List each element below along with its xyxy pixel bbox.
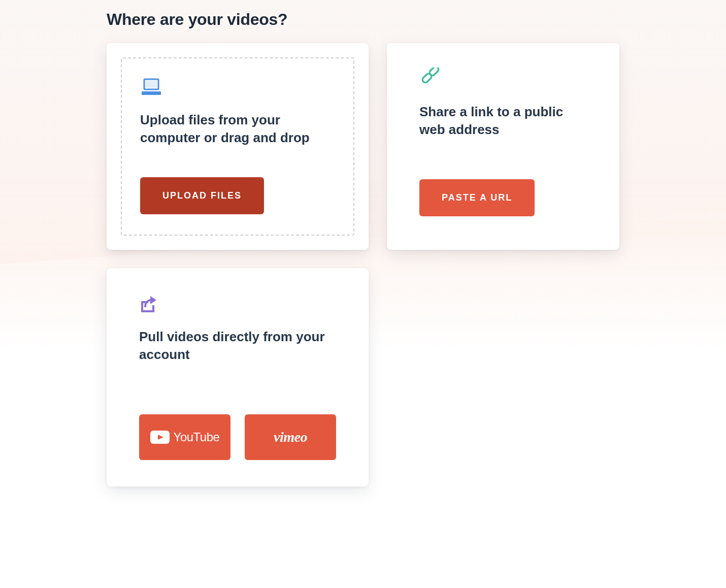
upload-card: Upload files from your computer or drag … [107,43,369,250]
upload-dropzone[interactable]: Upload files from your computer or drag … [121,57,354,236]
upload-card-title: Upload files from your computer or drag … [140,111,335,147]
url-card-title: Share a link to a public web address [419,103,587,139]
account-card-title: Pull videos directly from your account [139,328,336,364]
svg-rect-1 [146,81,157,88]
paste-url-button[interactable]: PASTE A URL [419,179,535,216]
vimeo-button[interactable]: vimeo [245,414,336,460]
svg-rect-2 [142,91,161,95]
svg-rect-4 [428,68,440,77]
url-card: Share a link to a public web address PAS… [387,43,619,250]
account-card: Pull videos directly from your account Y… [107,268,369,486]
page-heading: Where are your videos? [107,10,619,29]
upload-files-button[interactable]: UPLOAD FILES [140,177,264,214]
youtube-label: YouTube [174,430,220,444]
youtube-button[interactable]: YouTube [139,414,230,460]
youtube-icon [150,431,170,444]
cards-grid: Upload files from your computer or drag … [107,43,619,486]
share-icon [139,291,336,317]
vimeo-label: vimeo [274,429,307,445]
laptop-icon [140,75,335,100]
link-icon [419,67,587,92]
